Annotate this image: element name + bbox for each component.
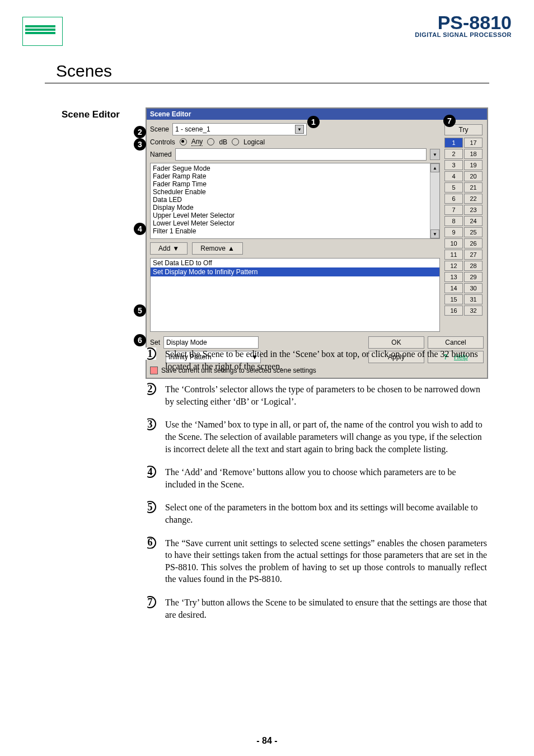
scene-num-button[interactable]: 9	[444, 227, 463, 237]
radio-any[interactable]	[180, 138, 187, 145]
list-item[interactable]: Data LED	[153, 196, 437, 204]
window-body: Scene 1 - scene_1 ▼ Controls Any dB	[147, 120, 487, 378]
named-label: Named	[150, 151, 172, 158]
list-item[interactable]: Lower Level Meter Selector	[153, 219, 437, 227]
callout-ref-7: 7	[144, 596, 156, 608]
set-value: Display Mode	[166, 339, 207, 346]
scene-num-button[interactable]: 16	[444, 306, 463, 316]
list-item[interactable]: Display Mode	[153, 204, 437, 212]
remove-button[interactable]: Remove ▲	[192, 242, 243, 255]
callout-badge-3: 3	[134, 138, 146, 151]
para-5: 5 Select one of the parameters in the bo…	[165, 501, 487, 525]
ok-button[interactable]: OK	[368, 336, 424, 349]
triangle-down-icon: ▼	[172, 245, 179, 252]
remove-label: Remove	[200, 245, 226, 252]
chevron-down-icon[interactable]: ▼	[295, 125, 304, 134]
scene-num-button[interactable]: 6	[444, 194, 463, 204]
list-item[interactable]: Fader Ramp Rate	[153, 172, 437, 180]
para-2: 2 The ‘Controls’ selector allows the typ…	[165, 383, 487, 407]
list-item[interactable]: Set Data LED to Off	[151, 259, 439, 267]
para-1: 1 Select the Scene to be edited in the ‘…	[165, 348, 487, 372]
para-1-text: Select the Scene to be edited in the ‘Sc…	[165, 349, 478, 371]
radio-logical[interactable]	[232, 138, 239, 145]
scene-row: Scene 1 - scene_1 ▼	[150, 123, 440, 135]
scene-num-button[interactable]: 24	[464, 216, 483, 226]
scene-num-button[interactable]: 18	[464, 149, 483, 159]
scene-num-button[interactable]: 17	[464, 138, 483, 148]
list-item[interactable]: Scheduler Enable	[153, 188, 437, 196]
scene-num-button[interactable]: 21	[464, 182, 483, 192]
page-title: Scenes	[56, 62, 512, 81]
scene-num-button[interactable]: 4	[444, 171, 463, 181]
scene-num-button[interactable]: 8	[444, 216, 463, 226]
radio-db[interactable]	[207, 138, 214, 145]
add-label: Add	[158, 245, 170, 252]
scene-combo[interactable]: 1 - scene_1 ▼	[172, 123, 307, 135]
callout-ref-5: 5	[144, 501, 156, 513]
scroll-down-icon[interactable]: ▼	[430, 229, 439, 238]
scene-num-button[interactable]: 22	[464, 194, 483, 204]
scene-num-button[interactable]: 12	[444, 261, 463, 271]
controls-row: Controls Any dB Logical	[150, 138, 440, 146]
save-checkbox[interactable]	[150, 367, 158, 374]
cancel-button[interactable]: Cancel	[428, 336, 484, 349]
scene-num-button[interactable]: 10	[444, 238, 463, 248]
list-item-selected[interactable]: Set Display Mode to Infinity Pattern	[151, 267, 439, 276]
scene-num-button[interactable]: 32	[464, 306, 483, 316]
scene-num-button[interactable]: 2	[444, 149, 463, 159]
chevron-down-icon[interactable]: ▼	[430, 149, 440, 160]
para-6-text: The “Save current unit settings to selec…	[165, 538, 487, 584]
scene-num-button[interactable]: 11	[444, 250, 463, 260]
add-remove-row: Add ▼ Remove ▲	[150, 242, 440, 255]
body-text: 1 Select the Scene to be edited in the ‘…	[165, 348, 487, 632]
para-5-text: Select one of the parameters in the bott…	[165, 503, 478, 524]
scene-num-button[interactable]: 7	[444, 205, 463, 215]
scene-num-button[interactable]: 13	[444, 272, 463, 282]
callout-ref-3: 3	[144, 418, 156, 430]
scene-num-button[interactable]: 30	[464, 283, 483, 293]
list-item[interactable]: Upper Level Meter Selector	[153, 212, 437, 219]
add-button[interactable]: Add ▼	[150, 242, 188, 255]
scene-num-button[interactable]: 29	[464, 272, 483, 282]
callout-ref-4: 4	[144, 466, 156, 478]
scroll-up-icon[interactable]: ▲	[430, 163, 439, 172]
scene-num-button[interactable]: 19	[464, 160, 483, 170]
named-input[interactable]	[175, 148, 427, 161]
scene-num-button[interactable]: 31	[464, 294, 483, 304]
scene-num-button[interactable]: 28	[464, 261, 483, 271]
brand-block: PS-8810 DIGITAL SIGNAL PROCESSOR	[415, 14, 512, 38]
scene-num-button[interactable]: 3	[444, 160, 463, 170]
list-item[interactable]: Fader Ramp Time	[153, 180, 437, 188]
scene-num-button[interactable]: 15	[444, 294, 463, 304]
callout-badge-5: 5	[134, 304, 146, 317]
controls-label: Controls	[150, 138, 175, 146]
scrollbar[interactable]: ▲ ▼	[430, 163, 439, 238]
list-item[interactable]: Filter 1 Enable	[153, 227, 437, 235]
scene-num-button[interactable]: 25	[464, 227, 483, 237]
para-7: 7 The ‘Try’ button allows the Scene to b…	[165, 597, 487, 621]
named-row: Named ▼	[150, 148, 440, 161]
callout-ref-1: 1	[144, 348, 156, 360]
radio-logical-label: Logical	[243, 138, 265, 146]
scene-num-button[interactable]: 27	[464, 250, 483, 260]
callout-ref-6: 6	[144, 537, 156, 549]
scene-num-button[interactable]: 14	[444, 283, 463, 293]
available-listbox[interactable]: Fader Segue Mode Fader Ramp Rate Fader R…	[150, 163, 440, 239]
page: PS-8810 DIGITAL SIGNAL PROCESSOR Scenes …	[0, 0, 534, 756]
list-item[interactable]: Fader Segue Mode	[153, 165, 437, 172]
left-column: Scene 1 - scene_1 ▼ Controls Any dB	[150, 123, 440, 332]
selected-listbox[interactable]: Set Data LED to Off Set Display Mode to …	[150, 258, 440, 332]
page-number: - 84 -	[0, 736, 534, 746]
scene-num-button[interactable]: 5	[444, 182, 463, 192]
triangle-up-icon: ▲	[228, 245, 235, 252]
brand-model: PS-8810	[415, 14, 512, 31]
scene-editor-window: Scene Editor Scene 1 - scene_1 ▼ Control…	[146, 107, 488, 379]
scene-num-button[interactable]: 23	[464, 205, 483, 215]
scene-num-button[interactable]: 26	[464, 238, 483, 248]
callout-badge-1: 1	[307, 116, 320, 128]
try-column: Try 1 17 2 18 3 19 4 20 5 21 6 22	[444, 124, 483, 316]
set-field[interactable]: Display Mode	[163, 336, 259, 349]
scene-num-button[interactable]: 1	[444, 138, 463, 148]
scene-num-button[interactable]: 20	[464, 171, 483, 181]
para-4: 4 The ‘Add’ and ‘Remove’ buttons allow y…	[165, 466, 487, 490]
